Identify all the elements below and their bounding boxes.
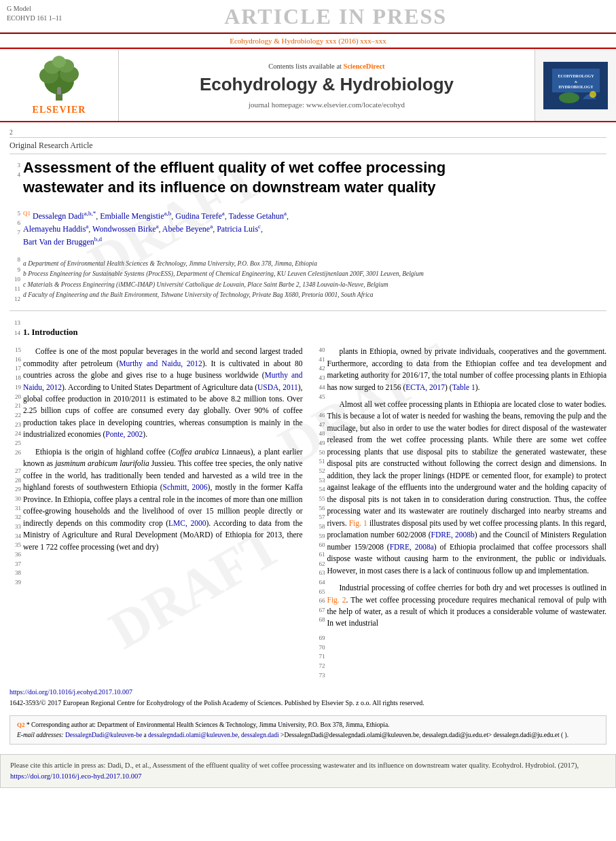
- right-logo-box: ECOHYDROLOGY & HYDROBIOLOGY: [543, 62, 608, 109]
- article-title-line2: wastewater and its influence on downstre…: [23, 178, 446, 198]
- ecta-ref[interactable]: ECTA, 2017: [405, 383, 445, 391]
- affiliations-section: a Department of Environmental Health Sci…: [23, 259, 424, 300]
- right-line-numbers: 4041424344 45 4647484950 5152535455 5657…: [314, 346, 327, 680]
- q1-badge: Q1: [23, 210, 31, 217]
- affil-sup-4: a: [284, 210, 287, 217]
- title-line-numbers: 3 4: [10, 158, 20, 180]
- affil-sup-1: a,b,*: [84, 210, 96, 217]
- intro-heading: 1. Introduction: [23, 327, 77, 338]
- usda-ref[interactable]: USDA, 2011: [257, 383, 298, 391]
- doi-link[interactable]: https://doi.org/10.1016/j.ecohyd.2017.10…: [10, 688, 132, 696]
- author-alemayehu[interactable]: Alemayehu Haddis: [23, 224, 86, 234]
- footnote-section: Q2 * Corresponding author at: Department…: [10, 715, 606, 745]
- intro-para2: Ethiopia is the origin of highland coffe…: [23, 446, 303, 553]
- article-type-label: Original Research Article: [10, 141, 606, 154]
- table1-ref[interactable]: Table 1: [452, 383, 475, 391]
- left-line-numbers: 1516171819 2021222324 2526 2728293031 32…: [10, 346, 23, 680]
- paper-main: Original Research Article 3 4 Assessment…: [10, 141, 606, 745]
- article-title: Assessment of the effluent quality of we…: [23, 158, 446, 197]
- jasminum: jasminum arabicum laurifolia: [55, 459, 149, 467]
- author-dessalegn[interactable]: Dessalegn Dadi: [33, 211, 84, 221]
- contents-label: Contents lists available at: [268, 62, 342, 70]
- affil-c: c Materials & Process Engineering (iMMC-…: [23, 280, 424, 289]
- doi-section: https://doi.org/10.1016/j.ecohyd.2017.10…: [10, 687, 606, 709]
- fdre-ref2[interactable]: FDRE, 2008a: [390, 543, 434, 551]
- affil-sup-7: a: [210, 223, 213, 230]
- author-gudina[interactable]: Gudina Terefe: [175, 211, 222, 221]
- sciencedirect-link[interactable]: ScienceDirect: [344, 62, 385, 70]
- murthy-ref-1[interactable]: Murthy and Naidu, 2012: [119, 359, 202, 368]
- fdre-ref1[interactable]: FDRE, 2008b: [431, 531, 474, 539]
- journal-logo-right: ECOHYDROLOGY & HYDROBIOLOGY: [535, 50, 616, 121]
- intro-header-linenum: 13 14: [10, 318, 20, 338]
- affil-sup-2: a,b: [164, 210, 171, 217]
- gmodel-label: G Model: [7, 4, 62, 14]
- gmodel-header: G Model ECOHYD 161 1–11 ARTICLE IN PRESS: [0, 0, 616, 33]
- article-in-press-text: ARTICLE IN PRESS: [224, 4, 447, 29]
- affil-d: d Faculty of Engineering and the Built E…: [23, 290, 424, 300]
- fig1-ref[interactable]: Fig. 1: [349, 519, 367, 527]
- journal-cover-icon: ECOHYDROLOGY & HYDROBIOLOGY: [549, 65, 603, 106]
- article-title-line1: Assessment of the effluent quality of we…: [23, 158, 446, 178]
- right-para1: plants in Ethiopia, owned by private ind…: [327, 346, 607, 393]
- email-link-1[interactable]: DessalegnDadi@kuleuven-be: [65, 732, 142, 738]
- article-content: 2 Original Research Article 3 4 Assessme…: [0, 122, 616, 749]
- section-divider: [10, 310, 606, 311]
- svg-point-14: [559, 92, 579, 103]
- elsevier-text: ELSEVIER: [33, 105, 86, 115]
- citation-box: Please cite this article in press as: Da…: [0, 754, 616, 788]
- fig2-ref[interactable]: Fig. 2: [327, 596, 346, 604]
- issn-copyright: 1642-3593/© 2017 European Regional Centr…: [10, 699, 424, 706]
- svg-text:ECOHYDROLOGY: ECOHYDROLOGY: [558, 74, 594, 78]
- line-number-header: 2: [10, 128, 606, 138]
- line-2: 2: [10, 129, 13, 136]
- right-para2: Almost all wet coffee processing plants …: [327, 399, 607, 577]
- gmodel-info: G Model ECOHYD 161 1–11: [7, 4, 62, 23]
- right-col-wrapper: 4041424344 45 4647484950 5152535455 5657…: [314, 346, 607, 680]
- elsevier-logo-section: ELSEVIER: [0, 50, 119, 121]
- left-col-wrapper: 1516171819 2021222324 2526 2728293031 32…: [10, 346, 303, 680]
- intro-para1: Coffee is one of the most popular bevera…: [23, 346, 303, 441]
- journal-title-main: Ecohydrology & Hydrobiology: [200, 74, 454, 95]
- intro-col-right: plants in Ethiopia, owned by private ind…: [327, 346, 607, 680]
- svg-point-15: [590, 91, 596, 98]
- article-in-press-banner: ARTICLE IN PRESS: [62, 4, 609, 29]
- affil-a: a Department of Environmental Health Sci…: [23, 259, 424, 268]
- email-link-3[interactable]: dessalegn.dadi: [241, 732, 279, 738]
- author-tadesse[interactable]: Tadesse Getahun: [229, 211, 284, 221]
- affil-line-numbers: 8 9 10 11 12: [10, 255, 20, 304]
- email-link-2[interactable]: dessalegndadi.olami@kuleuven.be: [148, 732, 238, 738]
- author-patricia[interactable]: Patricia Luis: [217, 224, 258, 234]
- citation-doi-link[interactable]: https://doi.org/10.1016/j.eco-hyd.2017.1…: [10, 772, 141, 780]
- email-separator-1: a: [143, 732, 146, 738]
- right-para3: Industrial processing of coffee cherries…: [327, 582, 607, 630]
- affil-sup-3: a: [222, 210, 225, 217]
- svg-rect-8: [57, 90, 61, 94]
- lmc-ref[interactable]: LMC, 2000: [168, 519, 206, 527]
- svg-text:&: &: [574, 80, 577, 84]
- coffea-arabica: Coffea arabica: [171, 448, 219, 456]
- author-abebe[interactable]: Abebe Beyene: [162, 224, 210, 234]
- author-wondwossen[interactable]: Wondwossen Birke: [92, 224, 156, 234]
- two-col-body: 1516171819 2021222324 2526 2728293031 32…: [10, 346, 606, 680]
- author-bart[interactable]: Bart Van der Bruggen: [23, 237, 94, 247]
- corresponding-author-text: * Corresponding author at: Department of…: [26, 721, 390, 728]
- q2-badge: Q2: [17, 721, 25, 728]
- journal-center: Contents lists available at ScienceDirec…: [119, 50, 535, 121]
- author-embialle[interactable]: Embialle Mengistie: [100, 211, 164, 221]
- affil-sup-9: b,d: [94, 236, 102, 243]
- ecohyd-ref: ECOHYD 161 1–11: [7, 14, 62, 23]
- journal-full-ref: Ecohydrology & Hydrobiology xxx (2016) x…: [230, 37, 386, 45]
- ponte-ref[interactable]: Ponte, 2002: [105, 430, 143, 438]
- elsevier-tree-icon: [32, 55, 86, 103]
- intro-col-left: Coffee is one of the most popular bevera…: [23, 346, 303, 680]
- sciencedirect-line: Contents lists available at ScienceDirec…: [268, 62, 384, 70]
- email-label: E-mail addresses:: [17, 732, 64, 738]
- author-line-numbers: 5 6 7: [10, 209, 20, 238]
- journal-main-header: ELSEVIER Contents lists available at Sci…: [0, 49, 616, 122]
- affil-sup-6: a: [156, 223, 158, 230]
- authors-section: Q1 Dessalegn Dadia,b,*, Embialle Mengist…: [23, 209, 289, 248]
- journal-homepage: journal homepage: www.elsevier.com/locat…: [249, 101, 405, 109]
- journal-header-bar: Ecohydrology & Hydrobiology xxx (2016) x…: [0, 33, 616, 49]
- schmitt-ref[interactable]: Schmitt, 2006: [163, 483, 208, 491]
